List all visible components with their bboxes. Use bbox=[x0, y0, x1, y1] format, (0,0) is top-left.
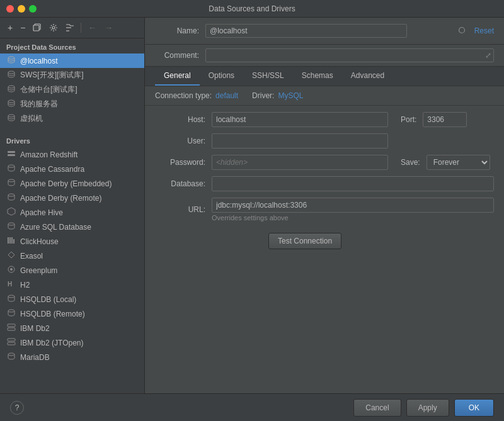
svg-rect-26 bbox=[8, 339, 15, 341]
svg-point-7 bbox=[8, 115, 14, 117]
back-button[interactable]: ← bbox=[85, 21, 99, 34]
sidebar-item-apache-cassandra[interactable]: Apache Cassandra bbox=[0, 162, 144, 176]
sidebar: + − ← bbox=[0, 18, 145, 393]
settings-button[interactable] bbox=[47, 22, 60, 33]
url-hint: Overrides settings above bbox=[212, 214, 494, 222]
main-layout: + − ← bbox=[0, 18, 504, 393]
add-button[interactable]: + bbox=[5, 21, 15, 34]
sidebar-item-label: SWS[开发][测试库] bbox=[20, 70, 84, 81]
svg-point-14 bbox=[8, 223, 14, 225]
sidebar-item-greenplum[interactable]: Greenplum bbox=[0, 263, 144, 278]
minimize-button[interactable] bbox=[18, 5, 25, 13]
driver-value[interactable]: MySQL bbox=[278, 91, 303, 100]
svg-point-3 bbox=[8, 57, 14, 59]
database-input[interactable] bbox=[212, 176, 494, 191]
apply-button[interactable]: Apply bbox=[406, 399, 449, 417]
sidebar-item-apache-hive[interactable]: Apache Hive bbox=[0, 205, 144, 220]
svg-point-20 bbox=[10, 268, 13, 271]
sidebar-item-amazon-redshift[interactable]: Amazon Redshift bbox=[0, 147, 144, 162]
sidebar-item-mariadb[interactable]: MariaDB bbox=[0, 350, 144, 364]
sidebar-item-apache-derby-embedded[interactable]: Apache Derby (Embedded) bbox=[0, 176, 144, 191]
ok-button[interactable]: OK bbox=[454, 399, 494, 417]
sidebar-item-sws[interactable]: SWS[开发][测试库] bbox=[0, 68, 144, 82]
sidebar-item-vm[interactable]: 虚拟机 bbox=[0, 111, 144, 126]
window-controls bbox=[6, 5, 37, 13]
comment-input[interactable] bbox=[205, 48, 494, 62]
sidebar-item-hsqldb-local[interactable]: HSQLDB (Local) bbox=[0, 292, 144, 306]
svg-point-22 bbox=[8, 295, 14, 298]
sidebar-item-label: 虚拟机 bbox=[20, 113, 43, 124]
save-select[interactable]: Forever Until Restart Never bbox=[427, 155, 490, 170]
azure-icon bbox=[6, 222, 16, 232]
user-row: User: bbox=[155, 133, 494, 149]
sidebar-item-hsqldb-remote[interactable]: HSQLDB (Remote) bbox=[0, 306, 144, 321]
tab-schemas[interactable]: Schemas bbox=[293, 67, 342, 86]
sidebar-item-ibm-db2[interactable]: IBM Db2 bbox=[0, 321, 144, 335]
duplicate-button[interactable] bbox=[30, 22, 44, 33]
sidebar-item-localhost[interactable]: @localhost bbox=[0, 53, 144, 68]
svg-point-4 bbox=[8, 71, 14, 74]
reset-button[interactable]: Reset bbox=[474, 26, 494, 35]
hive-icon bbox=[6, 207, 16, 218]
derby-embedded-icon bbox=[6, 178, 16, 189]
driver-label: Apache Derby (Embedded) bbox=[20, 179, 112, 188]
url-area: Overrides settings above bbox=[212, 198, 494, 222]
host-row: Host: Port: bbox=[155, 112, 494, 127]
close-button[interactable] bbox=[6, 5, 14, 13]
tab-ssh-ssl[interactable]: SSH/SSL bbox=[243, 67, 293, 86]
redshift-icon bbox=[6, 149, 16, 160]
password-input[interactable] bbox=[212, 155, 388, 170]
svg-marker-13 bbox=[8, 208, 15, 215]
svg-point-6 bbox=[8, 100, 14, 103]
sidebar-item-label: @localhost bbox=[20, 57, 58, 65]
comment-label: Comment: bbox=[155, 51, 199, 60]
forward-button[interactable]: → bbox=[101, 21, 115, 34]
ibm-db2-icon bbox=[6, 323, 16, 334]
connection-type-value[interactable]: default bbox=[215, 91, 238, 100]
sidebar-item-h2[interactable]: H H2 bbox=[0, 278, 144, 292]
tab-advanced[interactable]: Advanced bbox=[342, 67, 393, 86]
test-connection-button[interactable]: Test Connection bbox=[268, 233, 341, 249]
svg-point-28 bbox=[8, 353, 14, 356]
svg-point-11 bbox=[8, 179, 14, 182]
sidebar-item-ibm-db2-jtopen[interactable]: IBM Db2 (JTOpen) bbox=[0, 335, 144, 350]
database-row: Database: bbox=[155, 176, 494, 191]
db-icon-cang bbox=[6, 84, 16, 95]
driver-label: H2 bbox=[20, 281, 30, 289]
drivers-section-title: Drivers bbox=[0, 132, 144, 147]
svg-rect-15 bbox=[8, 237, 9, 244]
host-input[interactable] bbox=[212, 112, 388, 127]
driver-label: Apache Hive bbox=[20, 208, 63, 217]
save-label: Save: bbox=[401, 158, 420, 167]
database-label: Database: bbox=[155, 179, 205, 188]
comment-input-wrapper: ⤢ bbox=[205, 48, 494, 62]
remove-button[interactable]: − bbox=[18, 21, 28, 34]
tab-general[interactable]: General bbox=[155, 67, 200, 86]
svg-point-5 bbox=[8, 86, 14, 88]
port-input[interactable] bbox=[423, 112, 467, 127]
name-row: Name: Reset bbox=[145, 18, 504, 45]
refresh-icon[interactable] bbox=[458, 26, 466, 36]
expand-icon: ⤢ bbox=[485, 51, 491, 60]
tab-options[interactable]: Options bbox=[200, 67, 243, 86]
help-button[interactable]: ? bbox=[10, 401, 24, 415]
svg-rect-9 bbox=[8, 154, 15, 156]
url-input[interactable] bbox=[212, 198, 494, 213]
run-sql-button[interactable] bbox=[63, 22, 77, 33]
sidebar-item-azure-sql[interactable]: Azure SQL Database bbox=[0, 220, 144, 234]
name-input[interactable] bbox=[205, 24, 407, 38]
user-input[interactable] bbox=[212, 133, 388, 149]
db-icon-vm bbox=[6, 113, 16, 124]
cancel-button[interactable]: Cancel bbox=[353, 399, 401, 417]
driver-label: Amazon Redshift bbox=[20, 150, 77, 159]
sidebar-item-my-server[interactable]: 我的服务器 bbox=[0, 97, 144, 111]
sidebar-item-exasol[interactable]: Exasol bbox=[0, 249, 144, 263]
svg-rect-27 bbox=[8, 342, 15, 345]
sidebar-item-clickhouse[interactable]: ClickHouse bbox=[0, 234, 144, 249]
sidebar-item-apache-derby-remote[interactable]: Apache Derby (Remote) bbox=[0, 191, 144, 205]
driver-label: Apache Cassandra bbox=[20, 165, 84, 174]
zoom-button[interactable] bbox=[29, 5, 37, 13]
svg-point-29 bbox=[459, 28, 464, 33]
driver-label: Exasol bbox=[20, 252, 43, 261]
sidebar-item-cang[interactable]: 仓储中台[测试库] bbox=[0, 82, 144, 97]
